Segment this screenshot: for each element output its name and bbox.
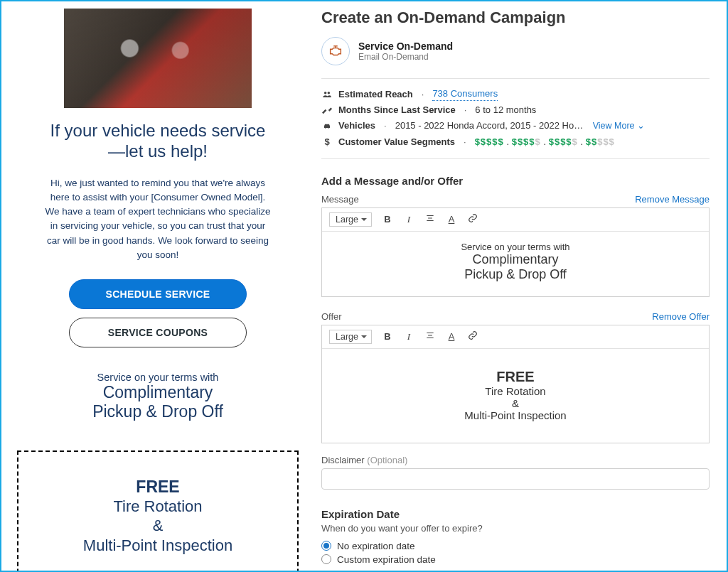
chevron-down-icon: ⌄	[637, 121, 645, 131]
svg-point-2	[325, 128, 326, 129]
message-label: Message	[321, 194, 359, 205]
wrench-icon	[321, 105, 333, 115]
font-size-select[interactable]: Large	[329, 212, 372, 227]
campaign-name: Service On-Demand	[358, 41, 453, 52]
font-color-button[interactable]: A	[446, 331, 457, 342]
campaign-header: Service On-Demand Email On-Demand	[321, 37, 710, 65]
radio-no-expiration-label: No expiration date	[337, 541, 415, 551]
segments-label: Customer Value Segments	[338, 136, 455, 149]
bold-button[interactable]: B	[382, 214, 393, 225]
audience-meta: Estimated Reach 738 Consumers Months Sin…	[321, 78, 710, 159]
offer-text-area[interactable]: FREE Tire Rotation & Multi-Point Inspect…	[322, 349, 709, 443]
remove-message-link[interactable]: Remove Message	[635, 194, 710, 205]
coupon-free: FREE	[33, 477, 283, 497]
link-button[interactable]	[467, 213, 478, 225]
schedule-service-button[interactable]: SCHEDULE SERVICE	[69, 279, 247, 309]
preview-message-block: Service on your terms with Complimentary…	[11, 372, 304, 421]
offer-toolbar: Large B I A	[322, 325, 709, 349]
offer-editor: Large B I A FREE Tire Rotation & Multi-P…	[321, 325, 710, 443]
bold-button[interactable]: B	[382, 331, 393, 342]
disclaimer-input[interactable]	[321, 468, 710, 490]
vehicles-value: 2015 - 2022 Honda Accord, 2015 - 2022 Ho…	[395, 119, 587, 132]
coupon-amp: &	[33, 516, 283, 536]
coupon-line2: Multi-Point Inspection	[33, 536, 283, 556]
radio-no-expiration[interactable]	[321, 541, 331, 551]
months-value: 6 to 12 months	[475, 104, 536, 117]
message-offer-section-title: Add a Message and/or Offer	[321, 175, 710, 187]
preview-heading: If your vehicle needs service—let us hel…	[47, 121, 269, 162]
coupon-line1: Tire Rotation	[33, 497, 283, 517]
message-text-area[interactable]: Service on your terms with Complimentary…	[322, 232, 709, 296]
disclaimer-label: Disclaimer (Optional)	[321, 455, 710, 465]
radio-custom-expiration[interactable]	[321, 554, 331, 564]
preview-hero-image	[64, 9, 252, 108]
engine-icon	[321, 37, 350, 65]
campaign-subtype: Email On-Demand	[358, 52, 453, 62]
message-toolbar: Large B I A	[322, 208, 709, 232]
preview-offer-coupon: FREE Tire Rotation & Multi-Point Inspect…	[17, 450, 299, 571]
link-button[interactable]	[467, 330, 478, 342]
expiration-title: Expiration Date	[321, 508, 710, 520]
page-title: Create an On-Demand Campaign	[321, 9, 710, 27]
svg-point-1	[328, 92, 331, 95]
font-size-select[interactable]: Large	[329, 330, 372, 344]
reach-value-link[interactable]: 738 Consumers	[432, 87, 498, 101]
svg-point-3	[328, 128, 330, 129]
offer-label: Offer	[321, 311, 342, 322]
remove-offer-link[interactable]: Remove Offer	[652, 311, 710, 322]
preview-body-text: Hi, we just wanted to remind you that we…	[43, 176, 273, 263]
people-icon	[321, 90, 333, 99]
vehicles-label: Vehicles	[338, 119, 375, 132]
preview-message-lede: Service on your terms with	[11, 372, 304, 383]
font-color-button[interactable]: A	[446, 214, 457, 225]
svg-point-0	[324, 92, 327, 95]
italic-button[interactable]: I	[403, 331, 414, 342]
vehicles-view-more[interactable]: View More ⌄	[593, 120, 645, 133]
preview-message-line2: Pickup & Drop Off	[11, 402, 304, 421]
segments-indicator: $$$$$ . $$$$$ . $$$$$ . $$$$$	[475, 136, 615, 149]
dollar-icon: $	[321, 136, 333, 149]
campaign-form-panel: Create an On-Demand Campaign Service On-…	[314, 1, 727, 571]
expiration-subtitle: When do you want your offer to expire?	[321, 523, 710, 534]
months-label: Months Since Last Service	[338, 104, 456, 117]
italic-button[interactable]: I	[403, 214, 414, 225]
preview-message-line1: Complimentary	[11, 383, 304, 401]
email-preview-panel: If your vehicle needs service—let us hel…	[1, 1, 314, 571]
message-editor: Large B I A Service on your terms with C…	[321, 207, 710, 297]
car-icon	[321, 121, 333, 131]
service-coupons-button[interactable]: SERVICE COUPONS	[69, 318, 247, 347]
align-button[interactable]	[424, 213, 436, 225]
align-button[interactable]	[424, 330, 436, 342]
radio-custom-expiration-label: Custom expiration date	[337, 554, 436, 565]
reach-label: Estimated Reach	[338, 88, 413, 101]
